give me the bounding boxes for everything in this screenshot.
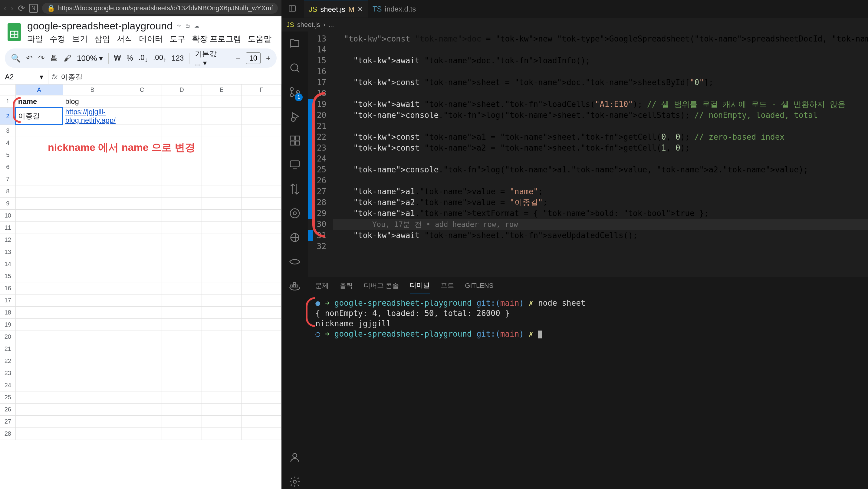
cell[interactable]	[162, 270, 202, 282]
terminal-tab[interactable]: 포트	[441, 278, 454, 294]
cell[interactable]	[16, 258, 63, 270]
cell[interactable]	[16, 307, 63, 319]
cell[interactable]	[122, 367, 162, 379]
cell[interactable]	[122, 246, 162, 258]
spreadsheet-grid[interactable]: ABCDEF1nameblog2이종길https://jgjgill-blog.…	[0, 84, 281, 489]
cell[interactable]	[162, 95, 202, 108]
cell[interactable]	[242, 246, 281, 258]
cell[interactable]	[202, 246, 242, 258]
settings-icon[interactable]	[289, 476, 301, 489]
cell[interactable]	[122, 343, 162, 355]
font-select[interactable]: 기본값 ... ▾	[195, 49, 224, 67]
cell[interactable]	[63, 222, 122, 234]
row-header[interactable]: 14	[0, 258, 16, 270]
sidebar-toggle-icon[interactable]	[284, 2, 301, 17]
extensions-icon[interactable]	[289, 135, 301, 148]
row-header[interactable]: 9	[0, 198, 16, 210]
cell[interactable]	[63, 307, 122, 319]
print-icon[interactable]: 🖶	[50, 54, 58, 63]
docker-icon[interactable]	[289, 280, 301, 293]
editor-tab[interactable]: TSindex.d.ts	[368, 1, 421, 18]
row-header[interactable]: 20	[0, 331, 16, 343]
cell[interactable]	[162, 125, 202, 137]
cell[interactable]	[122, 234, 162, 246]
cell[interactable]	[16, 343, 63, 355]
cell[interactable]	[202, 404, 242, 416]
cell[interactable]	[16, 367, 63, 379]
cell[interactable]	[162, 416, 202, 428]
cell[interactable]	[63, 210, 122, 222]
cell[interactable]: https://jgjgill-blog.netlify.app/	[63, 108, 122, 125]
cell[interactable]	[122, 161, 162, 173]
cell[interactable]	[242, 428, 281, 440]
cell[interactable]	[202, 185, 242, 198]
zoom-select[interactable]: 100% ▾	[77, 54, 103, 63]
cell[interactable]	[16, 282, 63, 294]
editor-tab[interactable]: JSsheet.jsM✕	[304, 1, 368, 18]
url-bar[interactable]: 🔒 https://docs.google.com/spreadsheets/d…	[42, 3, 278, 13]
cell[interactable]	[63, 270, 122, 282]
cell[interactable]	[63, 282, 122, 294]
gitlens-icon[interactable]	[289, 207, 301, 221]
cell[interactable]	[122, 173, 162, 185]
notes-icon[interactable]: N	[29, 4, 38, 13]
cell[interactable]	[63, 234, 122, 246]
cell[interactable]	[162, 185, 202, 198]
cell[interactable]	[16, 210, 63, 222]
cell[interactable]	[162, 198, 202, 210]
cell[interactable]	[202, 343, 242, 355]
cell-reference-box[interactable]: A2▾	[0, 70, 49, 84]
cell[interactable]	[202, 210, 242, 222]
cell[interactable]	[63, 173, 122, 185]
cell[interactable]	[63, 185, 122, 198]
menu-item[interactable]: 파일	[27, 34, 43, 44]
cell[interactable]	[242, 161, 281, 173]
cell[interactable]	[16, 355, 63, 367]
bookmark-icon[interactable]	[289, 256, 301, 269]
cell[interactable]	[242, 331, 281, 343]
cell[interactable]: blog	[63, 95, 122, 108]
cell[interactable]	[242, 343, 281, 355]
nav-forward-icon[interactable]: ›	[10, 3, 13, 13]
redo-icon[interactable]: ↷	[38, 54, 45, 63]
cell[interactable]	[202, 307, 242, 319]
cell[interactable]	[63, 319, 122, 331]
cell[interactable]	[202, 367, 242, 379]
cell[interactable]	[63, 355, 122, 367]
cell[interactable]	[162, 319, 202, 331]
menu-item[interactable]: 확장 프로그램	[192, 34, 241, 44]
cell[interactable]	[122, 185, 162, 198]
font-size-decrease-button[interactable]: −	[236, 54, 240, 63]
cell[interactable]	[242, 307, 281, 319]
menu-item[interactable]: 서식	[117, 34, 132, 44]
font-size-increase-button[interactable]: +	[266, 54, 271, 63]
cell[interactable]	[16, 404, 63, 416]
cell[interactable]	[16, 246, 63, 258]
cell[interactable]	[162, 331, 202, 343]
cell[interactable]	[162, 222, 202, 234]
cell[interactable]	[63, 258, 122, 270]
cell[interactable]	[202, 173, 242, 185]
cell[interactable]	[202, 331, 242, 343]
cell[interactable]: name	[16, 95, 63, 108]
search-icon[interactable]	[289, 62, 301, 75]
row-header[interactable]: 6	[0, 161, 16, 173]
cell[interactable]	[122, 125, 162, 137]
code-editor[interactable]: 13"tok-kw">const "tok-name">doc = "tok-k…	[308, 31, 868, 277]
row-header[interactable]: 25	[0, 392, 16, 404]
row-header[interactable]: 7	[0, 173, 16, 185]
cell[interactable]	[122, 319, 162, 331]
test-icon[interactable]	[289, 183, 301, 196]
undo-icon[interactable]: ↶	[26, 54, 33, 63]
cell[interactable]	[16, 392, 63, 404]
cell[interactable]	[16, 161, 63, 173]
cell[interactable]	[122, 379, 162, 392]
cell[interactable]	[122, 307, 162, 319]
cell[interactable]	[242, 319, 281, 331]
cell[interactable]	[242, 367, 281, 379]
source-control-icon[interactable]: 1	[289, 86, 301, 99]
cell[interactable]	[162, 404, 202, 416]
reload-icon[interactable]: ⟳	[18, 3, 25, 13]
terminal-tab[interactable]: 디버그 콘솔	[364, 278, 399, 294]
cell[interactable]	[202, 108, 242, 125]
